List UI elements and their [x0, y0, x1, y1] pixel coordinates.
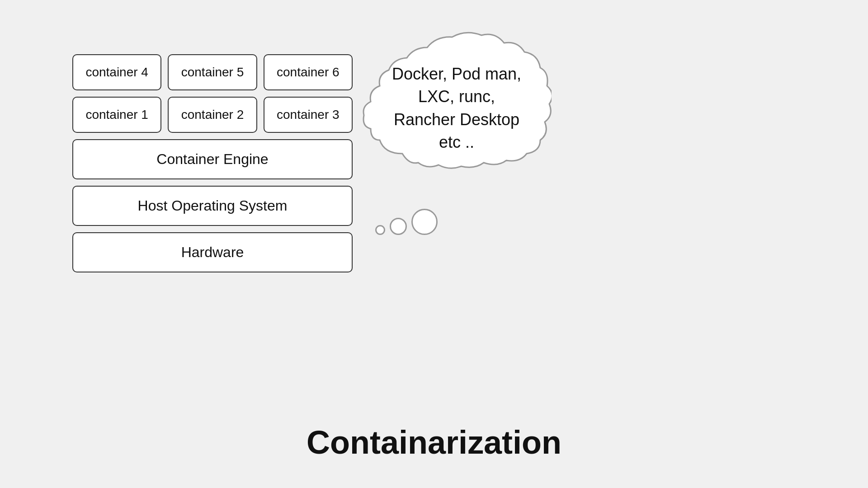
bubble-dot-medium	[390, 218, 407, 235]
container-box-1: container 1	[72, 97, 161, 133]
container-box-3: container 3	[264, 97, 353, 133]
thought-bubble-text: Docker, Pod man,LXC, runc,Rancher Deskto…	[384, 63, 529, 154]
diagram-container: container 4 container 5 container 6 cont…	[72, 54, 353, 279]
container-box-5: container 5	[168, 54, 257, 90]
bubble-dot-large	[411, 209, 438, 235]
host-os-layer: Host Operating System	[72, 186, 353, 226]
container-grid-top: container 4 container 5 container 6	[72, 54, 353, 90]
cloud-shape: Docker, Pod man,LXC, runc,Rancher Deskto…	[362, 27, 552, 190]
thought-bubble-dots	[375, 209, 438, 235]
container-box-4: container 4	[72, 54, 161, 90]
container-engine-layer: Container Engine	[72, 139, 353, 179]
bubble-dot-small	[375, 225, 385, 235]
container-grid-bottom: container 1 container 2 container 3	[72, 97, 353, 133]
page-title: Containarization	[307, 424, 561, 461]
container-box-6: container 6	[264, 54, 353, 90]
hardware-layer: Hardware	[72, 232, 353, 272]
container-box-2: container 2	[168, 97, 257, 133]
thought-bubble-wrapper: Docker, Pod man,LXC, runc,Rancher Deskto…	[362, 27, 552, 190]
